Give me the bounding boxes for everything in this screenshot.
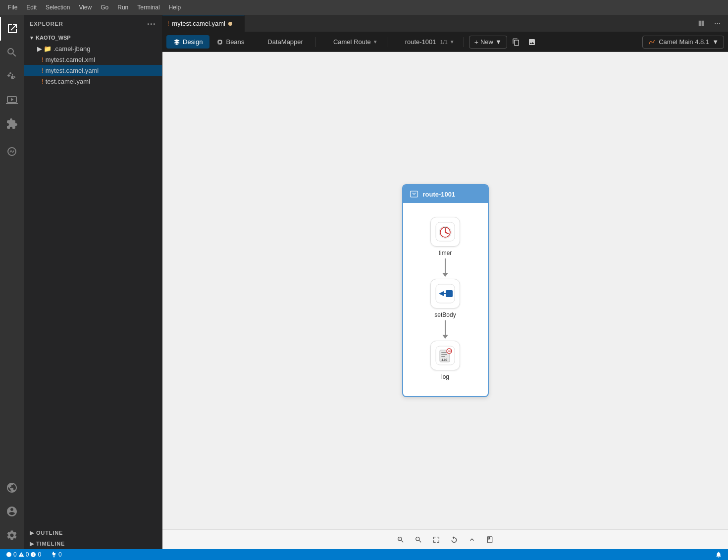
expand-button[interactable] bbox=[464, 532, 480, 548]
svg-rect-16 bbox=[441, 352, 447, 353]
sidebar: EXPLORER ⋯ ▾ KAOTO_WSP ▶ 📁 .camel-jbang … bbox=[24, 15, 162, 549]
activity-remote[interactable] bbox=[0, 476, 24, 500]
sidebar-more-icon[interactable]: ⋯ bbox=[147, 18, 156, 29]
activity-extensions[interactable] bbox=[0, 112, 24, 136]
tab-design[interactable]: Design bbox=[166, 35, 209, 49]
error-icon bbox=[6, 552, 12, 558]
timer-node-box[interactable] bbox=[430, 217, 460, 247]
activity-bar-bottom bbox=[0, 476, 24, 547]
file-label: mytest.camel.yaml bbox=[46, 67, 99, 74]
status-bell[interactable] bbox=[713, 549, 724, 560]
activity-settings[interactable] bbox=[0, 523, 24, 547]
info-count: 0 bbox=[38, 551, 41, 558]
svg-point-2 bbox=[217, 39, 223, 45]
menu-file[interactable]: File bbox=[4, 3, 21, 12]
menu-go[interactable]: Go bbox=[97, 3, 112, 12]
route-card-body: timer bbox=[403, 203, 488, 396]
route-card-header: route-1001 bbox=[403, 185, 488, 203]
tab-mytest-yaml[interactable]: ! mytest.camel.yaml × bbox=[162, 15, 245, 32]
route-id-dropdown[interactable]: route-1001 1/1 ▼ bbox=[392, 36, 459, 48]
fit-button[interactable] bbox=[428, 532, 444, 548]
activity-search[interactable] bbox=[0, 41, 24, 64]
book-button[interactable] bbox=[482, 532, 498, 548]
zoom-out-button[interactable] bbox=[411, 532, 426, 548]
connector-line-1 bbox=[445, 258, 446, 273]
workspace-root[interactable]: ▾ KAOTO_WSP bbox=[24, 32, 162, 43]
sidebar-title: EXPLORER bbox=[30, 21, 63, 27]
connector-arrow-2 bbox=[442, 335, 448, 339]
activity-accounts[interactable] bbox=[0, 500, 24, 523]
error-count: 0 bbox=[13, 551, 17, 558]
titlebar: File Edit Selection View Go Run Terminal… bbox=[0, 0, 728, 15]
toolbar-divider-3 bbox=[464, 37, 464, 47]
timeline-panel[interactable]: ▶ TIMELINE bbox=[24, 538, 162, 549]
timer-node-label: timer bbox=[439, 250, 452, 256]
file-label: test.camel.yaml bbox=[46, 78, 90, 85]
canvas-copy-button[interactable] bbox=[509, 35, 523, 49]
menu-help[interactable]: Help bbox=[165, 3, 185, 12]
menu-view[interactable]: View bbox=[75, 3, 96, 12]
book-icon bbox=[486, 536, 494, 544]
outline-panel[interactable]: ▶ OUTLINE bbox=[24, 527, 162, 538]
datamapper-tab-label: DataMapper bbox=[267, 38, 303, 46]
new-button[interactable]: + New ▼ bbox=[469, 36, 507, 49]
activity-source-control[interactable] bbox=[0, 64, 24, 88]
route-type-dropdown[interactable]: Camel Route ▼ bbox=[320, 36, 382, 48]
route-card[interactable]: route-1001 bbox=[402, 184, 489, 397]
tab-beans[interactable]: Beans bbox=[209, 35, 251, 49]
tab-split-button[interactable] bbox=[694, 16, 708, 30]
svg-text:-LOG: -LOG bbox=[440, 358, 448, 361]
tab-file-icon: ! bbox=[167, 20, 169, 27]
sidebar-item-camel-xml[interactable]: ! mytest.camel.xml bbox=[24, 54, 162, 65]
status-errors[interactable]: 0 0 0 bbox=[4, 549, 43, 560]
sidebar-item-test-yaml[interactable]: ! test.camel.yaml bbox=[24, 76, 162, 87]
zoom-in-button[interactable] bbox=[393, 532, 409, 548]
svg-rect-17 bbox=[441, 354, 447, 355]
menu-run[interactable]: Run bbox=[113, 3, 132, 12]
connector-line-2 bbox=[445, 320, 446, 335]
tab-datamapper[interactable]: DataMapper bbox=[251, 35, 310, 49]
workspace-chevron: ▾ bbox=[28, 35, 36, 41]
route-header-icon bbox=[409, 189, 419, 199]
node-timer[interactable]: timer bbox=[430, 211, 460, 256]
sidebar-bottom: ▶ OUTLINE ▶ TIMELINE bbox=[24, 527, 162, 549]
image-icon bbox=[528, 38, 536, 46]
design-tab-icon bbox=[173, 39, 180, 46]
titlebar-menu: File Edit Selection View Go Run Terminal… bbox=[4, 3, 185, 12]
timeline-label: TIMELINE bbox=[36, 541, 65, 547]
timeline-chevron: ▶ bbox=[30, 541, 34, 547]
node-setbody[interactable]: setBody bbox=[430, 279, 460, 318]
node-log[interactable]: -LOG log bbox=[430, 341, 460, 388]
canvas-area[interactable]: route-1001 bbox=[162, 52, 728, 529]
activity-explorer[interactable] bbox=[0, 17, 24, 41]
canvas-toolbar bbox=[162, 529, 728, 549]
branch-count: 0 bbox=[58, 551, 62, 558]
status-right bbox=[713, 549, 724, 560]
tab-label: mytest.camel.yaml bbox=[172, 20, 225, 27]
reset-button[interactable] bbox=[446, 532, 462, 548]
copy-icon bbox=[512, 38, 520, 46]
setbody-node-box[interactable] bbox=[430, 279, 460, 308]
status-branch[interactable]: 0 bbox=[49, 549, 64, 560]
tab-overflow-button[interactable]: ⋯ bbox=[710, 16, 724, 30]
setbody-icon bbox=[435, 283, 456, 304]
folder-icon: 📁 bbox=[44, 45, 52, 52]
folder-chevron: ▶ bbox=[36, 45, 44, 52]
menu-edit[interactable]: Edit bbox=[22, 3, 41, 12]
camel-main-arrow: ▼ bbox=[712, 38, 719, 46]
new-button-plus: + bbox=[474, 38, 478, 46]
canvas-image-button[interactable] bbox=[525, 35, 539, 49]
sidebar-item-camel-jbang[interactable]: ▶ 📁 .camel-jbang bbox=[24, 43, 162, 54]
connector-arrow-1 bbox=[442, 273, 448, 277]
sidebar-header: EXPLORER ⋯ bbox=[24, 15, 162, 32]
outline-label: OUTLINE bbox=[36, 530, 63, 536]
log-node-box[interactable]: -LOG bbox=[430, 341, 460, 370]
design-tab-label: Design bbox=[183, 38, 203, 46]
menu-selection[interactable]: Selection bbox=[42, 3, 74, 12]
activity-run-debug[interactable] bbox=[0, 88, 24, 112]
sidebar-item-mytest-yaml[interactable]: ! mytest.camel.yaml bbox=[24, 65, 162, 76]
toolbar-divider-1 bbox=[315, 37, 315, 47]
activity-camel[interactable] bbox=[0, 140, 24, 163]
menu-terminal[interactable]: Terminal bbox=[133, 3, 163, 12]
camel-main-button[interactable]: Camel Main 4.8.1 ▼ bbox=[642, 36, 724, 49]
